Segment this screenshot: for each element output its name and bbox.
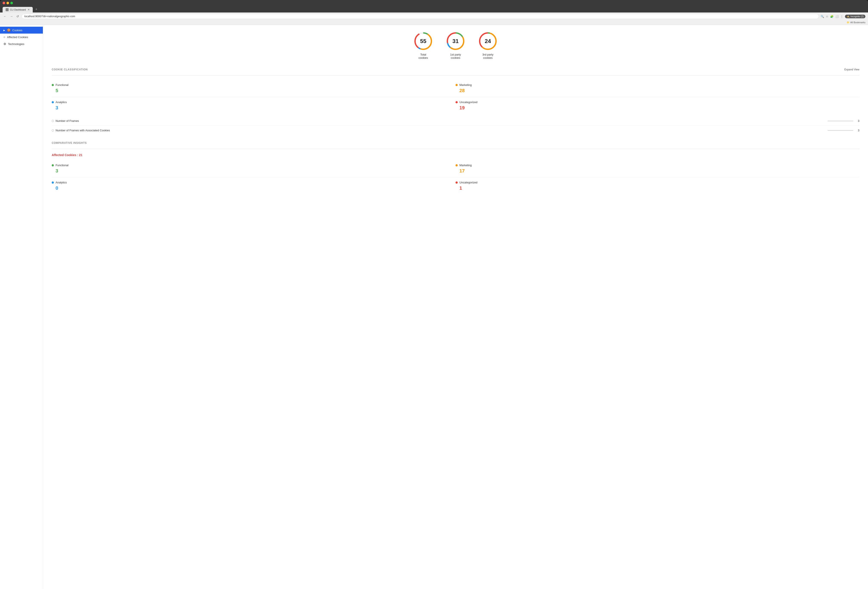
total-cookies-stat: 55 Totalcookies xyxy=(413,31,433,59)
sidebar-technologies-label: Technologies xyxy=(8,43,24,46)
expand-view-button[interactable]: Expand View xyxy=(844,68,859,71)
frames-count-item: Number of Frames 3 xyxy=(52,116,859,126)
classification-functional: Functional 5 xyxy=(52,80,456,97)
classification-analytics: Analytics 3 xyxy=(52,97,456,114)
incognito-badge: 🕵 Incognito (2) xyxy=(845,15,865,18)
first-party-number: 31 xyxy=(453,38,459,44)
uncategorized-header: Uncategorized xyxy=(456,100,859,104)
analytics-dot xyxy=(52,101,54,103)
frames-cookies-bar xyxy=(828,130,853,131)
comparative-insights-section: COMPARATIVE INSIGHTS Affected Cookies : … xyxy=(52,141,859,194)
analytics-name: Analytics xyxy=(56,100,67,104)
total-cookies-label: Totalcookies xyxy=(418,53,428,59)
cookie-classification-header: COOKIE CLASSIFICATION Expand View xyxy=(52,68,859,71)
sidebar-cookies-label: Cookies xyxy=(12,29,22,32)
active-tab[interactable]: CLI Dashboard ✕ xyxy=(3,7,33,12)
browser-chrome: CLI Dashboard ✕ + xyxy=(0,0,868,12)
sidebar-arrow-icon: ▶ xyxy=(3,29,5,31)
comp-functional: Functional 3 xyxy=(52,160,456,177)
frames-cookies-value: 3 xyxy=(855,129,859,132)
uncategorized-name: Uncategorized xyxy=(459,100,477,104)
comp-marketing-value: 17 xyxy=(456,168,859,174)
browser-actions: 🔍 ☆ 🧩 ⬜ ⋮ 🕵 Incognito (2) xyxy=(821,15,865,18)
sidebar-item-cookies[interactable]: ▶ 🍪 Cookies xyxy=(0,27,43,34)
zoom-icon[interactable]: 🔍 xyxy=(821,15,824,18)
comp-analytics-header: Analytics xyxy=(52,181,456,184)
traffic-lights xyxy=(3,2,865,4)
frames-label: Number of Frames xyxy=(56,119,826,122)
app-container: ▶ 🍪 Cookies ○ Affected Cookies ⚙ Technol… xyxy=(0,25,868,589)
incognito-label: Incognito (2) xyxy=(850,15,864,18)
third-party-circle: 24 xyxy=(478,31,497,51)
cookies-icon: 🍪 xyxy=(7,28,10,32)
functional-dot xyxy=(52,84,54,86)
comp-analytics: Analytics 0 xyxy=(52,177,456,194)
main-content: 55 Totalcookies 31 1st partycookies xyxy=(43,25,868,589)
forward-button[interactable]: → xyxy=(9,14,14,19)
affected-cookies-icon: ○ xyxy=(3,35,5,39)
menu-icon[interactable]: ⋮ xyxy=(840,15,843,18)
minimize-traffic-light[interactable] xyxy=(6,2,9,4)
tab-favicon xyxy=(6,8,9,11)
tab-close-button[interactable]: ✕ xyxy=(28,8,30,11)
window-icon[interactable]: ⬜ xyxy=(835,15,839,18)
new-tab-button[interactable]: + xyxy=(33,6,40,12)
third-party-label: 3rd partycookies xyxy=(482,53,493,59)
url-bar[interactable]: localhost:9000/?dir=nationalgeographic-c… xyxy=(22,14,819,19)
classification-grid: Functional 5 Marketing 28 Analytics 3 xyxy=(52,80,859,114)
sidebar: ▶ 🍪 Cookies ○ Affected Cookies ⚙ Technol… xyxy=(0,25,43,589)
functional-header: Functional xyxy=(52,83,456,87)
analytics-value: 3 xyxy=(52,105,456,110)
comp-analytics-name: Analytics xyxy=(56,181,67,184)
frames-value: 3 xyxy=(855,119,859,122)
comp-marketing: Marketing 17 xyxy=(456,160,859,177)
third-party-number: 24 xyxy=(485,38,491,44)
bookmarks-label: 📁 xyxy=(847,21,850,24)
comp-marketing-header: Marketing xyxy=(456,163,859,167)
stats-row: 55 Totalcookies 31 1st partycookies xyxy=(52,31,859,59)
sidebar-item-technologies[interactable]: ⚙ Technologies xyxy=(0,40,43,47)
first-party-circle: 31 xyxy=(446,31,465,51)
uncategorized-dot xyxy=(456,101,458,103)
tab-title: CLI Dashboard xyxy=(10,8,26,11)
classification-title: COOKIE CLASSIFICATION xyxy=(52,68,88,71)
frames-bar xyxy=(828,121,853,121)
comp-functional-name: Functional xyxy=(56,163,68,167)
comp-functional-value: 3 xyxy=(52,168,456,174)
bookmark-icon[interactable]: ☆ xyxy=(826,15,828,18)
functional-value: 5 xyxy=(52,88,456,93)
comp-marketing-name: Marketing xyxy=(459,163,472,167)
comparative-title: COMPARATIVE INSIGHTS xyxy=(52,141,87,144)
sidebar-affected-label: Affected Cookies xyxy=(7,35,28,39)
extension-icon[interactable]: 🧩 xyxy=(830,15,834,18)
url-text: localhost:9000/?dir=nationalgeographic-c… xyxy=(24,15,75,18)
close-traffic-light[interactable] xyxy=(3,2,5,4)
first-party-label: 1st partycookies xyxy=(450,53,461,59)
functional-name: Functional xyxy=(56,83,68,87)
comp-uncategorized: Uncategorized 1 xyxy=(456,177,859,194)
bookmarks-bar: 📁 All Bookmarks xyxy=(0,20,868,25)
comp-functional-header: Functional xyxy=(52,163,456,167)
first-party-stat: 31 1st partycookies xyxy=(446,31,465,59)
back-button[interactable]: ← xyxy=(3,14,7,19)
comp-marketing-dot xyxy=(456,164,458,166)
refresh-button[interactable]: ↺ xyxy=(16,14,20,19)
comparative-grid: Functional 3 Marketing 17 Anal xyxy=(52,160,859,194)
sidebar-item-affected-cookies[interactable]: ○ Affected Cookies xyxy=(0,34,43,40)
comp-uncategorized-value: 1 xyxy=(456,186,859,191)
frames-cookies-label: Number of Frames with Associated Cookies xyxy=(56,129,826,132)
maximize-traffic-light[interactable] xyxy=(10,2,13,4)
analytics-header: Analytics xyxy=(52,100,456,104)
classification-marketing: Marketing 28 xyxy=(456,80,859,97)
browser-tabs: CLI Dashboard ✕ + xyxy=(3,6,865,12)
frames-section: Number of Frames 3 Number of Frames with… xyxy=(52,116,859,135)
comp-analytics-dot xyxy=(52,181,54,184)
marketing-value: 28 xyxy=(456,88,859,93)
comparative-header: COMPARATIVE INSIGHTS xyxy=(52,141,859,144)
comp-functional-dot xyxy=(52,164,54,166)
uncategorized-value: 19 xyxy=(456,105,859,110)
frames-dot xyxy=(52,120,54,122)
marketing-header: Marketing xyxy=(456,83,859,87)
comp-analytics-value: 0 xyxy=(52,186,456,191)
affected-cookies-label: Affected Cookies : 21 xyxy=(52,153,859,157)
